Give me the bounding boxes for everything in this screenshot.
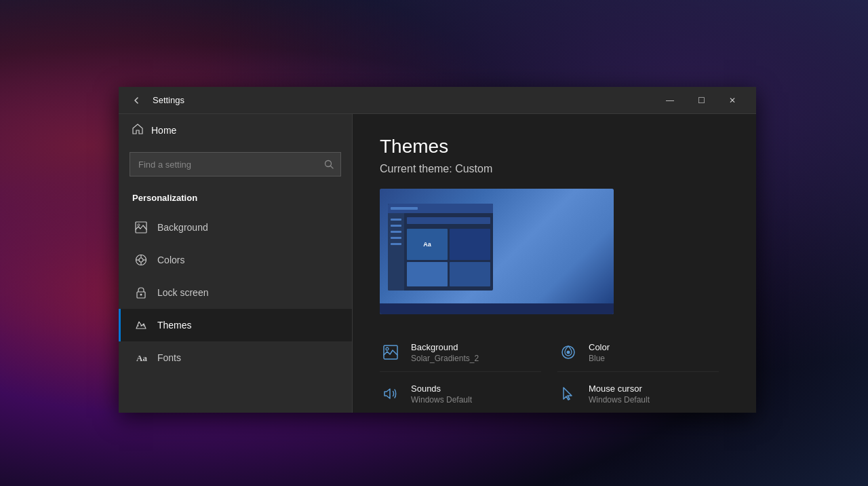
cursor-card-text: Mouse cursor Windows Default xyxy=(589,384,650,405)
search-input[interactable] xyxy=(130,152,341,176)
home-label: Home xyxy=(151,125,176,136)
sidebar-item-colors-label: Colors xyxy=(157,255,184,265)
background-card-value: Solar_Gradients_2 xyxy=(411,354,479,363)
background-icon xyxy=(134,221,148,234)
back-button[interactable] xyxy=(127,91,146,110)
lock-screen-icon xyxy=(134,286,148,299)
page-title: Themes xyxy=(380,136,729,157)
colors-icon xyxy=(134,253,148,267)
theme-preview: Aa xyxy=(380,189,614,314)
preview-window-titlebar xyxy=(388,204,493,213)
sounds-card-text: Sounds Windows Default xyxy=(411,384,472,405)
background-card-title: Background xyxy=(411,342,479,352)
svg-point-3 xyxy=(138,224,140,226)
svg-point-14 xyxy=(386,348,389,350)
color-card-value: Blue xyxy=(589,354,610,363)
preview-tile-1 xyxy=(450,229,490,260)
cursor-card-value: Windows Default xyxy=(589,395,650,405)
window-title: Settings xyxy=(153,95,654,105)
maximize-button[interactable]: ☐ xyxy=(686,87,717,114)
color-card-title: Color xyxy=(589,342,610,352)
minimize-button[interactable]: — xyxy=(654,87,686,114)
sounds-card-value: Windows Default xyxy=(411,395,472,405)
background-card-text: Background Solar_Gradients_2 xyxy=(411,342,479,363)
sidebar-item-fonts[interactable]: Aa Fonts xyxy=(119,341,352,374)
svg-point-5 xyxy=(139,258,143,262)
info-card-mouse-cursor[interactable]: Mouse cursor Windows Default xyxy=(557,375,719,413)
cursor-card-icon xyxy=(557,383,579,405)
sidebar-item-home[interactable]: Home xyxy=(119,114,352,147)
preview-sidebar-line xyxy=(391,237,401,239)
sidebar-item-lock-screen[interactable]: Lock screen xyxy=(119,276,352,309)
sidebar-section-title: Personalization xyxy=(119,187,352,211)
info-card-color[interactable]: Color Blue xyxy=(557,333,719,372)
background-card-icon xyxy=(380,341,401,363)
preview-tiles: Aa xyxy=(407,229,490,286)
main-content: Themes Current theme: Custom xyxy=(353,114,756,413)
preview-sidebar xyxy=(388,213,404,291)
sidebar-item-themes[interactable]: Themes xyxy=(119,309,352,341)
sounds-card-title: Sounds xyxy=(411,384,472,394)
preview-window: Aa xyxy=(388,204,493,291)
home-icon xyxy=(132,124,143,137)
preview-tile-2 xyxy=(407,262,448,286)
svg-point-11 xyxy=(140,294,142,296)
svg-point-16 xyxy=(567,351,570,354)
preview-title-bar-indicator xyxy=(391,207,418,210)
fonts-icon: Aa xyxy=(134,351,148,364)
svg-line-1 xyxy=(330,166,333,169)
sidebar-item-fonts-label: Fonts xyxy=(157,352,181,363)
search-icon[interactable] xyxy=(317,152,341,176)
preview-sidebar-line xyxy=(391,219,401,221)
preview-tile-3 xyxy=(450,262,490,286)
sidebar-item-lock-screen-label: Lock screen xyxy=(157,287,208,298)
sidebar: Home Personalization xyxy=(119,114,353,413)
sidebar-item-background[interactable]: Background xyxy=(119,211,352,244)
preview-tile-aa: Aa xyxy=(407,229,448,260)
preview-sidebar-line xyxy=(391,243,401,245)
themes-icon xyxy=(134,318,148,332)
preview-content-area: Aa xyxy=(404,213,493,291)
content-area: Home Personalization xyxy=(119,114,756,413)
preview-sidebar-line xyxy=(391,225,401,227)
settings-window: Settings — ☐ ✕ Home xyxy=(119,87,756,413)
preview-content-title xyxy=(407,217,490,224)
cursor-card-title: Mouse cursor xyxy=(589,384,650,394)
preview-window-body: Aa xyxy=(388,213,493,291)
info-card-sounds[interactable]: Sounds Windows Default xyxy=(380,375,541,413)
close-button[interactable]: ✕ xyxy=(717,87,748,114)
current-theme-label: Current theme: Custom xyxy=(380,163,729,175)
color-card-text: Color Blue xyxy=(589,342,610,363)
sounds-card-icon xyxy=(380,383,401,405)
info-cards: Background Solar_Gradients_2 Colo xyxy=(380,333,719,413)
title-bar: Settings — ☐ ✕ xyxy=(119,87,756,114)
info-card-background[interactable]: Background Solar_Gradients_2 xyxy=(380,333,541,372)
preview-sidebar-line xyxy=(391,231,401,233)
preview-taskbar xyxy=(380,303,614,314)
search-box xyxy=(130,152,341,176)
sidebar-item-colors[interactable]: Colors xyxy=(119,244,352,276)
sidebar-item-themes-label: Themes xyxy=(157,320,192,331)
window-controls: — ☐ ✕ xyxy=(654,87,748,114)
svg-text:Aa: Aa xyxy=(136,353,147,363)
color-card-icon xyxy=(557,341,579,363)
sidebar-item-background-label: Background xyxy=(157,222,208,233)
